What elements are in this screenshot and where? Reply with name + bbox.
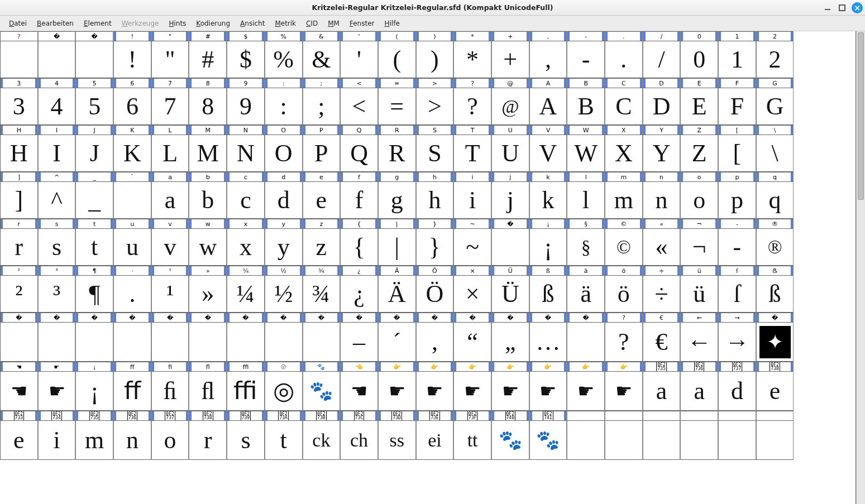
- glyph-header[interactable]: �: [151, 313, 189, 323]
- glyph-cell[interactable]: r: [189, 421, 227, 460]
- glyph-header[interactable]: Q: [340, 125, 378, 135]
- glyph-cell[interactable]: 5: [75, 88, 113, 125]
- glyph-header[interactable]: R: [378, 125, 416, 135]
- glyph-header[interactable]: W: [567, 125, 605, 135]
- glyph-cell[interactable]: M: [189, 135, 227, 172]
- glyph-header[interactable]: ;: [303, 78, 341, 88]
- glyph-cell[interactable]: -: [567, 41, 605, 78]
- glyph-header[interactable]: ←: [680, 313, 718, 323]
- glyph-header[interactable]: 0F2 737: [718, 362, 756, 372]
- glyph-header[interactable]: �: [0, 313, 38, 323]
- glyph-cell[interactable]: ss: [378, 421, 416, 460]
- glyph-header[interactable]: \: [756, 125, 794, 135]
- glyph-cell[interactable]: r: [0, 229, 38, 266]
- glyph-header[interactable]: �: [529, 313, 567, 323]
- glyph-header[interactable]: §: [567, 219, 605, 229]
- glyph-cell[interactable]: q: [756, 182, 794, 219]
- glyph-cell[interactable]: f: [340, 182, 378, 219]
- glyph-header[interactable]: +: [491, 31, 529, 41]
- glyph-cell[interactable]: t: [265, 421, 303, 460]
- glyph-cell[interactable]: w: [189, 229, 227, 266]
- glyph-cell[interactable]: „: [491, 323, 529, 362]
- glyph-header[interactable]: �: [303, 313, 341, 323]
- glyph-header[interactable]: ½: [265, 266, 303, 276]
- glyph-cell[interactable]: n: [643, 182, 681, 219]
- glyph-header[interactable]: 9: [227, 78, 265, 88]
- glyph-cell[interactable]: 4: [38, 88, 76, 125]
- glyph-header[interactable]: �: [340, 313, 378, 323]
- glyph-cell[interactable]: j: [491, 182, 529, 219]
- glyph-cell[interactable]: Q: [340, 135, 378, 172]
- glyph-header[interactable]: ©: [605, 219, 643, 229]
- glyph-cell[interactable]: ☛: [38, 372, 76, 411]
- glyph-cell[interactable]: ✦: [756, 323, 794, 362]
- menu-datei[interactable]: Datei: [4, 17, 31, 30]
- glyph-header[interactable]: ¼: [227, 266, 265, 276]
- glyph-header[interactable]: �: [756, 313, 794, 323]
- glyph-cell[interactable]: 1: [718, 41, 756, 78]
- glyph-cell[interactable]: D: [643, 88, 681, 125]
- glyph-cell[interactable]: *: [453, 41, 491, 78]
- glyph-header[interactable]: 0F2 736: [113, 411, 151, 421]
- glyph-header[interactable]: d: [265, 172, 303, 182]
- glyph-cell[interactable]: a: [151, 182, 189, 219]
- glyph-header[interactable]: ﬀ: [113, 362, 151, 372]
- glyph-cell[interactable]: ³: [38, 276, 76, 313]
- glyph-cell[interactable]: ¹: [151, 276, 189, 313]
- glyph-cell[interactable]: Ö: [416, 276, 454, 313]
- glyph-cell[interactable]: $: [227, 41, 265, 78]
- glyph-cell[interactable]: ß: [529, 276, 567, 313]
- menu-fenster[interactable]: Fenster: [345, 17, 379, 30]
- glyph-header[interactable]: q: [756, 172, 794, 182]
- glyph-header[interactable]: 3: [0, 78, 38, 88]
- menu-element[interactable]: Element: [79, 17, 116, 30]
- glyph-header[interactable]: Ü: [491, 266, 529, 276]
- glyph-header[interactable]: 0F2 738: [756, 362, 794, 372]
- glyph-header[interactable]: ^: [38, 172, 76, 182]
- glyph-cell[interactable]: E: [680, 88, 718, 125]
- glyph-cell[interactable]: [265, 323, 303, 362]
- glyph-header[interactable]: l: [567, 172, 605, 182]
- glyph-header[interactable]: ü: [680, 266, 718, 276]
- glyph-cell[interactable]: ,: [416, 323, 454, 362]
- glyph-cell[interactable]: [605, 421, 643, 460]
- glyph-header[interactable]: f: [340, 172, 378, 182]
- menu-metrik[interactable]: Metrik: [270, 17, 300, 30]
- glyph-header[interactable]: ﬁ: [151, 362, 189, 372]
- glyph-header[interactable]: ﬃ: [227, 362, 265, 372]
- scrollbar-thumb[interactable]: [858, 32, 864, 200]
- glyph-header[interactable]: V: [529, 125, 567, 135]
- glyph-cell[interactable]: G: [756, 88, 794, 125]
- glyph-cell[interactable]: l: [567, 182, 605, 219]
- glyph-header[interactable]: S: [416, 125, 454, 135]
- glyph-header[interactable]: ): [416, 31, 454, 41]
- glyph-cell[interactable]: [: [718, 135, 756, 172]
- glyph-cell[interactable]: i: [453, 182, 491, 219]
- glyph-header[interactable]: [643, 411, 681, 421]
- glyph-header[interactable]: J: [75, 125, 113, 135]
- glyph-header[interactable]: �: [416, 313, 454, 323]
- glyph-cell[interactable]: ☛: [567, 372, 605, 411]
- vertical-scrollbar[interactable]: [856, 31, 865, 504]
- glyph-cell[interactable]: ﬁ: [151, 372, 189, 411]
- glyph-header[interactable]: �: [491, 219, 529, 229]
- glyph-header[interactable]: 👉: [416, 362, 454, 372]
- glyph-cell[interactable]: /: [643, 41, 681, 78]
- glyph-cell[interactable]: €: [643, 323, 681, 362]
- glyph-cell[interactable]: ﬂ: [189, 372, 227, 411]
- glyph-cell[interactable]: e: [303, 182, 341, 219]
- glyph-header[interactable]: �: [491, 313, 529, 323]
- glyph-header[interactable]: u: [113, 219, 151, 229]
- glyph-cell[interactable]: ←: [680, 323, 718, 362]
- glyph-cell[interactable]: [227, 323, 265, 362]
- glyph-header[interactable]: U: [491, 125, 529, 135]
- glyph-cell[interactable]: _: [75, 182, 113, 219]
- glyph-header[interactable]: %: [265, 31, 303, 41]
- glyph-header[interactable]: c: [227, 172, 265, 182]
- glyph-header[interactable]: 👈: [340, 362, 378, 372]
- glyph-cell[interactable]: Ü: [491, 276, 529, 313]
- glyph-cell[interactable]: !: [113, 41, 151, 78]
- glyph-header[interactable]: @: [491, 78, 529, 88]
- menu-bearbeiten[interactable]: Bearbeiten: [32, 17, 78, 30]
- glyph-header[interactable]: 👉: [378, 362, 416, 372]
